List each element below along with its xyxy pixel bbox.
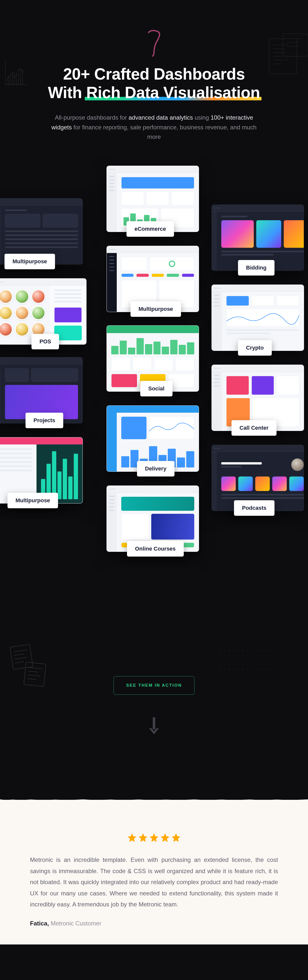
arrow-down-icon <box>149 717 159 735</box>
testimonial-role: Metronic Customer <box>49 920 101 927</box>
tag-multipurpose-2: Multipurpose <box>130 301 181 317</box>
tag-podcasts: Podcasts <box>234 500 275 516</box>
tag-bidding: Bidding <box>238 260 275 275</box>
tag-pos: POS <box>32 334 59 349</box>
testimonial-quote: Metronic is an incredible template. Even… <box>30 854 278 910</box>
decor-chart-sketch <box>3 57 30 90</box>
see-in-action-button[interactable]: SEE THEM IN ACTION <box>113 676 195 695</box>
headline-line2-underlined: Rich Data Visualisation <box>86 84 260 102</box>
testimonial-name: Fatica, <box>30 920 49 927</box>
headline: 20+ Crafted Dashboards With Rich Data Vi… <box>15 65 293 102</box>
svg-rect-2 <box>16 74 19 84</box>
headline-line2-plain: With <box>48 84 86 102</box>
seven-icon <box>146 27 162 57</box>
star-icon <box>149 832 159 843</box>
tag-delivery: Delivery <box>137 461 175 476</box>
star-icon <box>127 832 137 843</box>
svg-rect-8 <box>153 717 155 729</box>
testimonial-attrib: Fatica, Metronic Customer <box>30 920 278 927</box>
subheadline: All-purpose dashboards for advanced data… <box>46 113 262 142</box>
svg-rect-6 <box>10 644 33 670</box>
tag-multipurpose-3: Multipurpose <box>8 493 58 508</box>
dashboards-section: 20+ Crafted Dashboards With Rich Data Vi… <box>0 0 308 800</box>
decor-dots <box>218 644 276 677</box>
tag-social: Social <box>140 381 173 396</box>
tag-ecommerce: eCommerce <box>127 221 174 237</box>
tag-crypto: Crypto <box>238 340 272 356</box>
star-icon <box>138 832 148 843</box>
testimonial-section: Metronic is an incredible template. Even… <box>0 800 308 945</box>
decor-code-sketch <box>268 33 308 78</box>
svg-rect-1 <box>12 73 14 84</box>
star-icon <box>160 832 170 843</box>
dashboards-gallery: eCommerce Multipurpose Bidding <box>16 165 292 644</box>
tag-call-center: Call Center <box>232 420 276 436</box>
tag-online-courses: Online Courses <box>127 541 184 557</box>
tag-multipurpose-1: Multipurpose <box>5 254 55 269</box>
svg-rect-3 <box>20 70 22 84</box>
star-rating <box>30 832 278 843</box>
tag-projects: Projects <box>25 413 63 428</box>
star-icon <box>171 832 181 843</box>
headline-line1: 20+ Crafted Dashboards <box>63 65 245 83</box>
